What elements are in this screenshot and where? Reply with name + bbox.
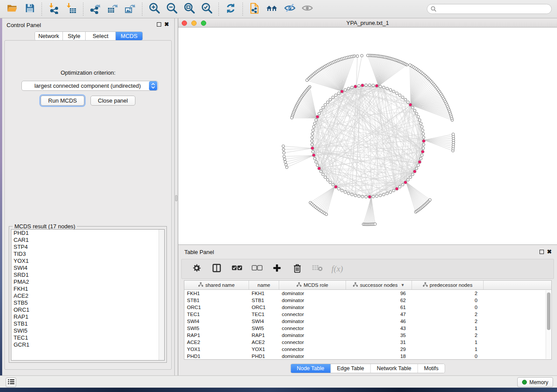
table-scrollbar[interactable] bbox=[546, 290, 551, 359]
float-panel-icon[interactable] bbox=[540, 250, 544, 254]
save-session-button[interactable] bbox=[22, 2, 37, 17]
node-table: shared namenameMCDS rolesuccessor nodes▼… bbox=[184, 280, 552, 360]
mcds-result-node[interactable]: SRD1 bbox=[11, 272, 164, 279]
mcds-result-node[interactable]: TID3 bbox=[11, 251, 164, 258]
mcds-result-node[interactable]: PMA2 bbox=[11, 279, 164, 285]
refresh-layout-button[interactable] bbox=[223, 2, 238, 17]
eye-slash-icon bbox=[284, 2, 296, 16]
mcds-result-node[interactable]: RAP1 bbox=[11, 313, 164, 320]
table-cell: 2 bbox=[412, 290, 484, 297]
table-row[interactable]: SWI4SWI4dominator462 bbox=[184, 318, 551, 325]
task-history-button[interactable] bbox=[6, 378, 16, 387]
export-image-button[interactable] bbox=[123, 2, 138, 17]
new-network-from-selection-button[interactable] bbox=[247, 2, 262, 17]
main-toolbar bbox=[0, 0, 557, 18]
show-all-button[interactable] bbox=[300, 2, 315, 17]
tab-node-table[interactable]: Node Table bbox=[291, 364, 331, 373]
deselect-all-columns-button[interactable] bbox=[251, 262, 263, 275]
mcds-result-box: MCDS result (17 nodes) PHD1CAR1STP4TID3Y… bbox=[9, 226, 167, 363]
table-cell: 2 bbox=[412, 311, 484, 318]
mcds-result-node[interactable]: STB5 bbox=[11, 299, 164, 306]
table-row[interactable]: PHD1PHD1dominator180 bbox=[184, 353, 551, 360]
mcds-result-node[interactable]: SWI4 bbox=[11, 265, 164, 272]
table-cell: 2 bbox=[412, 332, 484, 339]
tab-select[interactable]: Select bbox=[86, 32, 116, 40]
table-cell: PHD1 bbox=[249, 353, 279, 360]
show-column-panel-button[interactable] bbox=[211, 262, 223, 275]
import-table-button[interactable] bbox=[64, 2, 79, 17]
mcds-result-node[interactable]: STP4 bbox=[11, 244, 164, 251]
zoom-fit-button[interactable] bbox=[182, 2, 197, 17]
zoom-selected-icon bbox=[201, 2, 213, 16]
optimization-criterion-label: Optimization criterion: bbox=[5, 69, 171, 76]
node-table-header: shared namenameMCDS rolesuccessor nodes▼… bbox=[184, 281, 551, 290]
table-toolbar: f(x) bbox=[181, 259, 554, 279]
column-type-icon bbox=[353, 282, 358, 288]
mcds-tab-content: Optimization criterion: largest connecte… bbox=[4, 40, 172, 370]
mcds-result-node[interactable]: STB1 bbox=[11, 320, 164, 327]
delete-column-button[interactable] bbox=[291, 262, 303, 275]
table-scrollbar-thumb[interactable] bbox=[547, 292, 550, 330]
save-icon bbox=[24, 3, 35, 15]
table-row[interactable]: ACE2ACE2connector311 bbox=[184, 339, 551, 346]
create-column-button[interactable] bbox=[271, 262, 283, 275]
tab-network-table[interactable]: Network Table bbox=[371, 364, 418, 373]
tab-motifs[interactable]: Motifs bbox=[418, 364, 444, 373]
column-header-predecessor-nodes[interactable]: predecessor nodes bbox=[412, 281, 484, 289]
import-network-button[interactable] bbox=[46, 2, 61, 17]
optimization-criterion-select[interactable]: largest connected component (undirected) bbox=[21, 81, 158, 91]
zoom-out-button[interactable] bbox=[164, 2, 179, 17]
splitter-grip[interactable] bbox=[175, 195, 177, 201]
mcds-result-node[interactable]: CAR1 bbox=[11, 237, 164, 244]
result-list-scrollbar[interactable] bbox=[159, 230, 164, 360]
mcds-result-node[interactable]: TEC1 bbox=[11, 334, 164, 341]
table-settings-button[interactable] bbox=[190, 262, 203, 275]
run-mcds-button[interactable]: Run MCDS bbox=[41, 96, 84, 106]
export-table-button[interactable] bbox=[105, 2, 120, 17]
vertical-splitter[interactable] bbox=[175, 18, 178, 375]
close-panel-button[interactable]: Close panel bbox=[90, 96, 135, 106]
table-row[interactable]: ORC1ORC1dominator610 bbox=[184, 304, 551, 311]
tab-mcds[interactable]: MCDS bbox=[116, 32, 142, 40]
mcds-result-node[interactable]: ORC1 bbox=[11, 306, 164, 313]
export-network-button[interactable] bbox=[88, 2, 103, 17]
checked-boxes-icon bbox=[232, 265, 242, 273]
selected-criterion-value: largest connected component (undirected) bbox=[22, 83, 149, 89]
mcds-result-node[interactable]: FKH1 bbox=[11, 285, 164, 292]
mcds-result-node[interactable]: GCR1 bbox=[11, 341, 164, 348]
table-row[interactable]: YOX1YOX1connector291 bbox=[184, 346, 551, 353]
table-row[interactable]: RAP1RAP1dominator352 bbox=[184, 332, 551, 339]
zoom-selected-button[interactable] bbox=[199, 2, 214, 17]
table-row[interactable]: FKH1FKH1dominator962 bbox=[184, 290, 551, 297]
network-window-titlebar[interactable]: YPA_prune.txt_1 bbox=[178, 18, 557, 28]
column-header-successor-nodes[interactable]: successor nodes▼ bbox=[346, 281, 412, 289]
mcds-result-list[interactable]: PHD1CAR1STP4TID3YOX1SWI4SRD1PMA2FKH1ACE2… bbox=[11, 229, 165, 361]
float-panel-icon[interactable] bbox=[157, 22, 161, 27]
table-row[interactable]: SWI5SWI5connector431 bbox=[184, 325, 551, 332]
column-header-MCDS-role[interactable]: MCDS role bbox=[279, 281, 346, 289]
memory-button[interactable]: Memory bbox=[517, 377, 553, 387]
mcds-result-node[interactable]: PHD1 bbox=[11, 230, 164, 237]
open-file-button[interactable] bbox=[5, 2, 20, 17]
hide-selected-button[interactable] bbox=[282, 2, 297, 17]
network-canvas[interactable] bbox=[178, 28, 557, 244]
tab-network[interactable]: Network bbox=[35, 32, 63, 40]
mcds-result-node[interactable]: YOX1 bbox=[11, 258, 164, 265]
tab-edge-table[interactable]: Edge Table bbox=[331, 364, 370, 373]
table-cell: 2 bbox=[412, 318, 484, 325]
close-panel-icon[interactable]: ✖ bbox=[547, 248, 552, 255]
table-row[interactable]: STB1STB1dominator620 bbox=[184, 297, 551, 304]
select-all-columns-button[interactable] bbox=[231, 262, 243, 275]
mcds-result-node[interactable]: ACE2 bbox=[11, 292, 164, 299]
zoom-in-button[interactable] bbox=[147, 2, 162, 17]
search-input[interactable] bbox=[427, 4, 552, 14]
close-panel-icon[interactable]: ✖ bbox=[164, 21, 169, 28]
tab-style[interactable]: Style bbox=[63, 32, 86, 40]
table-cell: dominator bbox=[279, 318, 346, 325]
table-row[interactable]: TEC1TEC1connector472 bbox=[184, 311, 551, 318]
mcds-result-node[interactable]: SWI5 bbox=[11, 327, 164, 334]
first-neighbors-button[interactable] bbox=[265, 2, 280, 17]
column-header-shared-name[interactable]: shared name bbox=[184, 281, 249, 289]
column-header-name[interactable]: name bbox=[249, 281, 279, 289]
toolbar-separator bbox=[42, 3, 42, 16]
